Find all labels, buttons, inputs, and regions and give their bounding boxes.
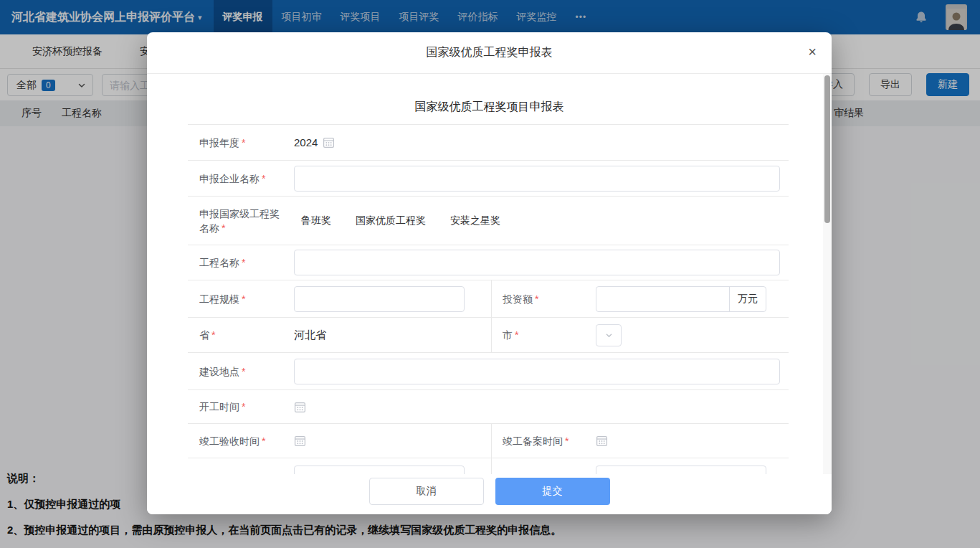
investment-label: 投资额* (503, 292, 596, 306)
form-heading: 国家级优质工程奖项目申报表 (147, 100, 832, 115)
investment-input-group: 万元 (596, 286, 766, 312)
modal-body: 国家级优质工程奖项目申报表 申报年度* 2024 申报企业名称* (147, 74, 832, 474)
required-mark: * (211, 329, 215, 341)
modal-header: 国家级优质工程奖申报表 × (147, 32, 832, 74)
application-form: 申报年度* 2024 申报企业名称* 申报国家级工程奖 (188, 124, 789, 474)
national-award-modal: 国家级优质工程奖申报表 × 国家级优质工程奖项目申报表 申报年度* 2024 (147, 32, 832, 514)
form-row-year: 申报年度* 2024 (188, 125, 789, 161)
cancel-button[interactable]: 取消 (369, 478, 484, 505)
required-mark: * (242, 401, 245, 412)
form-row-project-name: 工程名称* (188, 245, 789, 280)
required-mark: * (242, 257, 245, 268)
form-row-clipped (188, 458, 789, 474)
scale-input[interactable] (294, 286, 465, 312)
modal-title: 国家级优质工程奖申报表 (427, 45, 553, 60)
company-name-input[interactable] (294, 166, 780, 192)
city-cell: 市* (491, 318, 789, 352)
award-option-installation-star[interactable]: 安装之星奖 (450, 214, 500, 227)
year-value: 2024 (294, 136, 318, 148)
scale-label: 工程规模* (199, 292, 294, 306)
form-row-scale-investment: 工程规模* 投资额* 万元 (188, 280, 789, 318)
required-mark: * (262, 435, 265, 447)
location-label: 建设地点* (199, 364, 294, 379)
year-field[interactable]: 2024 (294, 136, 335, 148)
modal-scrollbar-track[interactable] (823, 74, 832, 474)
award-options: 鲁班奖 国家优质工程奖 安装之星奖 (301, 214, 500, 227)
award-name-label: 申报国家级工程奖 名称* (199, 207, 294, 235)
province-label: 省* (199, 328, 294, 342)
form-row-award-name: 申报国家级工程奖 名称* 鲁班奖 国家优质工程奖 安装之星奖 (188, 197, 789, 245)
city-select[interactable] (596, 324, 622, 346)
project-name-input[interactable] (294, 250, 780, 275)
acceptance-date-cell: 竣工验收时间* (188, 424, 491, 458)
required-mark: * (242, 366, 245, 377)
clipped-right-cell (491, 458, 789, 474)
required-mark: * (565, 435, 569, 447)
form-row-location: 建设地点* (188, 353, 789, 390)
record-date-label: 竣工备案时间* (503, 434, 596, 448)
company-label: 申报企业名称* (199, 171, 294, 186)
calendar-icon[interactable] (294, 401, 306, 413)
province-value: 河北省 (294, 329, 326, 342)
form-row-completion-dates: 竣工验收时间* 竣工备案时间* (188, 424, 789, 458)
form-row-company: 申报企业名称* (188, 161, 789, 197)
clipped-right-input[interactable] (596, 466, 766, 474)
acceptance-date-label: 竣工验收时间* (199, 434, 294, 448)
investment-cell: 投资额* 万元 (491, 280, 789, 317)
clipped-left-input[interactable] (294, 466, 465, 474)
city-label: 市* (503, 328, 596, 342)
project-name-label: 工程名称* (199, 255, 294, 270)
calendar-icon[interactable] (596, 435, 608, 447)
required-mark: * (242, 137, 245, 148)
required-mark: * (262, 173, 265, 184)
clipped-left-cell (188, 458, 491, 474)
required-mark: * (242, 293, 245, 305)
province-cell: 省* 河北省 (188, 318, 491, 352)
record-date-cell: 竣工备案时间* (491, 424, 789, 458)
chevron-down-icon (605, 331, 613, 339)
start-date-label: 开工时间* (199, 400, 294, 414)
investment-unit: 万元 (729, 287, 766, 311)
required-mark: * (515, 329, 518, 341)
modal-footer: 取消 提交 (147, 474, 832, 514)
calendar-icon[interactable] (294, 435, 306, 447)
scale-cell: 工程规模* (188, 280, 491, 317)
form-row-start-date: 开工时间* (188, 390, 789, 424)
investment-input[interactable] (596, 287, 729, 311)
calendar-icon[interactable] (323, 136, 335, 148)
award-option-luban[interactable]: 鲁班奖 (301, 214, 331, 227)
modal-scrollbar-thumb[interactable] (824, 75, 830, 223)
location-input[interactable] (294, 359, 780, 384)
year-label: 申报年度* (199, 136, 294, 150)
submit-button[interactable]: 提交 (495, 478, 610, 505)
award-option-national-quality[interactable]: 国家优质工程奖 (356, 214, 426, 227)
required-mark: * (222, 222, 225, 234)
close-icon[interactable]: × (808, 44, 817, 59)
required-mark: * (535, 293, 538, 305)
form-row-province-city: 省* 河北省 市* (188, 318, 789, 353)
